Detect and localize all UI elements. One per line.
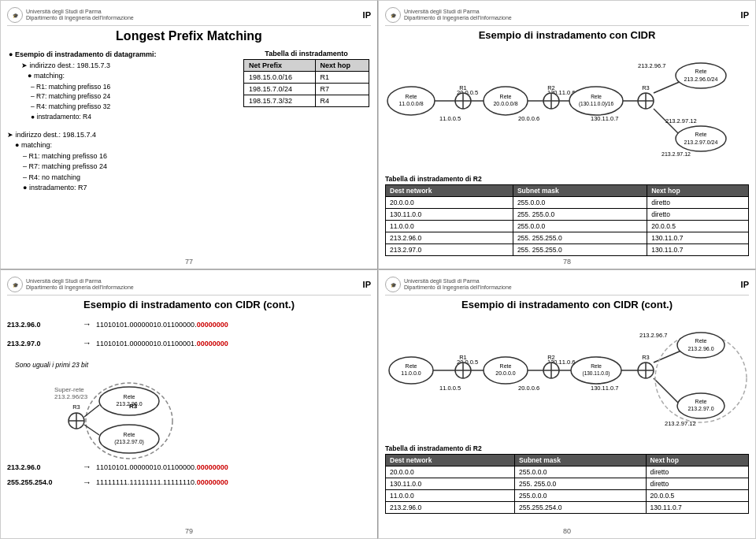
binary-row-1: 213.2.96.0 → 11010101.00000010.01100000.… [7, 317, 371, 333]
svg-text:R1: R1 [459, 354, 467, 361]
svg-line-54 [84, 425, 99, 435]
uni-text-3: Università degli Studi di Parma Dipartim… [26, 278, 134, 292]
svg-text:213.2.97.12: 213.2.97.12 [665, 117, 697, 125]
lower-binary: Sono uguali i primi 23 bit R3 Rete [7, 359, 371, 456]
bottom-item-2: – R7: matching prefisso 24 [23, 162, 371, 173]
intro-heading: ● Esempio di instradamento di datagrammi… [9, 50, 237, 61]
svg-text:11.0.0.0/8: 11.0.0.0/8 [398, 101, 423, 106]
svg-text:213.2.97.12: 213.2.97.12 [662, 151, 691, 157]
r3-cloud-area: R3 Rete 213.2.96.0 Rete [7, 377, 371, 456]
left-binary: Sono uguali i primi 23 bit R3 Rete [7, 359, 371, 456]
col-mask: Subnet mask [513, 185, 647, 197]
bin1-label: 11010101.00000010.01100000.00000000 [96, 318, 228, 331]
dest-addr: ➤ indirizzo dest.: 198.15.7.3 [21, 61, 237, 72]
uni-logo-4: 🎓 Università degli Studi di Parma Dipart… [385, 277, 512, 292]
col-nexthop-4: Next hop [646, 455, 748, 467]
svg-text:Rete: Rete [695, 338, 707, 344]
table-row: 20.0.0.0 255.0.0.0 diretto [386, 467, 749, 478]
table-row: 130.11.0.0 255. 255.0.0 diretto [386, 478, 749, 490]
table-row: 198.15.0.0/16 R1 [244, 72, 369, 84]
svg-text:Rete: Rete [695, 132, 707, 137]
table-row: 198.15.7.3/32 R4 [244, 95, 369, 107]
bottom-item-4: ● instradamento: R7 [23, 183, 371, 194]
col-dest-4: Dest network [386, 455, 515, 467]
svg-text:130.11.0.7: 130.11.0.7 [591, 385, 618, 392]
bottom-item-1: – R1: matching prefisso 16 [23, 151, 371, 162]
r3-label: R3 [129, 401, 137, 412]
uni-logo-2: 🎓 Università degli Studi di Parma Dipart… [385, 7, 512, 23]
svg-text:11.0.0.5: 11.0.0.5 [439, 385, 461, 392]
page-num-4: 80 [563, 527, 571, 535]
col-next-hop: Next hop [315, 60, 369, 72]
routing-table-1: Net Prefix Next hop 198.15.0.0/16 R1 198… [243, 59, 369, 107]
svg-text:20.0.0.6: 20.0.0.6 [518, 385, 539, 392]
equal-note: Sono uguali i primi 23 bit [15, 359, 371, 371]
table-row: 20.0.0.0 255.0.0.0 diretto [386, 197, 749, 209]
panel-2-diagram: 20.0.0.5 130.11.0.6 213.2.96.7 11.0.0.5 … [385, 46, 749, 172]
svg-text:R1: R1 [459, 84, 467, 91]
table-title-2: Tabella di instradamento di R2 [385, 175, 749, 183]
panel-2-table-area: Tabella di instradamento di R2 Dest netw… [385, 175, 749, 256]
svg-text:11.0.0.0: 11.0.0.0 [401, 370, 421, 376]
svg-text:R2: R2 [547, 84, 555, 91]
arrow-2: → [83, 336, 91, 351]
logo-circle-2: 🎓 [385, 7, 401, 23]
uni-text-4: Università degli Studi di Parma Dipartim… [404, 278, 512, 292]
svg-text:213.2.96.7: 213.2.96.7 [639, 332, 667, 339]
panel-3-title: Esempio di instradamento con CIDR (cont.… [7, 299, 371, 310]
network-svg-2: 20.0.0.5 130.11.0.6 213.2.96.7 11.0.0.5 … [385, 46, 749, 172]
ip-label-4: IP [741, 280, 749, 289]
addr4-label: 255.255.254.0 [7, 476, 78, 489]
col-net-prefix: Net Prefix [244, 60, 316, 72]
addr2-label: 213.2.97.0 [7, 337, 78, 350]
panel-4-title: Esempio di instradamento con CIDR (cont.… [385, 299, 749, 310]
panel-1-header: 🎓 Università degli Studi di Parma Dipart… [7, 7, 371, 26]
svg-text:Rete: Rete [406, 94, 417, 99]
panel-4-table-area: Tabella di instradamento di R2 Dest netw… [385, 444, 749, 514]
svg-text:213.2.96.0/24: 213.2.96.0/24 [684, 76, 718, 82]
bin2-label: 11010101.00000010.01100001.00000000 [96, 337, 228, 350]
panel-3: 🎓 Università degli Studi di Parma Dipart… [0, 270, 378, 539]
svg-text:20.0.0.0: 20.0.0.0 [495, 370, 515, 376]
svg-text:Rete: Rete [406, 363, 417, 369]
uni-logo-3: 🎓 Università degli Studi di Parma Dipart… [7, 277, 134, 292]
svg-text:213.2.96/23: 213.2.96/23 [54, 393, 88, 400]
panel-1-bottom: ➤ indirizzo dest.: 198.15.7.4 ● matching… [7, 130, 371, 194]
page-num-1: 77 [185, 258, 193, 266]
svg-text:R2: R2 [547, 354, 555, 361]
svg-text:20.0.0.6: 20.0.0.6 [518, 115, 539, 122]
svg-text:(130.11.0.0): (130.11.0.0) [582, 370, 610, 377]
svg-text:Rete: Rete [695, 69, 707, 74]
uni-text-2: Università degli Studi di Parma Dipartim… [404, 9, 512, 22]
svg-text:Rete: Rete [695, 399, 707, 404]
routing-table-2: Dest network Subnet mask Next hop 20.0.0… [385, 184, 749, 256]
table-row: 213.2.97.0 255. 255.255.0 130.11.0.7 [386, 244, 749, 256]
main-grid: 🎓 Università degli Studi di Parma Dipart… [0, 0, 756, 539]
col-nexthop: Next hop [647, 185, 749, 197]
network-svg-4: 20.0.0.5 130.11.0.6 213.2.96.7 11.0.0.5 … [385, 315, 749, 441]
table-row: 213.2.96.0 255.255.254.0 130.11.0.7 [386, 502, 749, 514]
svg-text:Rete: Rete [124, 394, 135, 400]
matching-label-2: ● matching: [15, 140, 371, 151]
arrow-1: → [83, 317, 91, 333]
bottom-item-3: – R4: no matching [23, 173, 371, 184]
uni-logo-1: 🎓 Università degli Studi di Parma Dipart… [7, 7, 134, 23]
panel-1-left: ● Esempio di instradamento di datagrammi… [9, 50, 237, 122]
svg-point-38 [676, 126, 726, 151]
uni-text-1: Università degli Studi di Parma Dipartim… [26, 9, 134, 22]
svg-line-5 [654, 81, 681, 93]
panel-1: 🎓 Università degli Studi di Parma Dipart… [0, 0, 378, 270]
ip-label-3: IP [363, 280, 371, 289]
ip-label-2: IP [741, 10, 749, 20]
arrow-4: → [83, 475, 91, 491]
panel-1-table-area: Tabella di instradamento Net Prefix Next… [243, 50, 369, 122]
svg-text:130.11.0.7: 130.11.0.7 [591, 115, 618, 122]
matching-label: ● matching: [28, 71, 237, 82]
svg-text:213.2.97.0/24: 213.2.97.0/24 [684, 139, 718, 145]
svg-point-93 [677, 333, 724, 358]
svg-point-35 [676, 63, 726, 88]
panel-2-title: Esempio di instradamento con CIDR [385, 29, 749, 41]
table-row: 198.15.7.0/24 R7 [244, 84, 369, 95]
svg-text:213.2.97.0: 213.2.97.0 [687, 406, 713, 411]
binary-row-4: 255.255.254.0 → 11111111.11111111.111111… [7, 475, 371, 491]
